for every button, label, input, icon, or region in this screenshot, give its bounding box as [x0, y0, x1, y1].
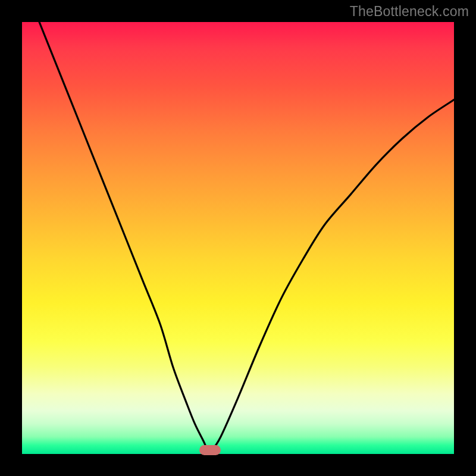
plot-area	[22, 22, 454, 454]
curve-path	[22, 22, 454, 451]
optimum-marker	[199, 445, 221, 455]
chart-frame: TheBottleneck.com	[0, 0, 476, 476]
watermark-text: TheBottleneck.com	[350, 4, 469, 20]
bottleneck-curve	[22, 22, 454, 454]
